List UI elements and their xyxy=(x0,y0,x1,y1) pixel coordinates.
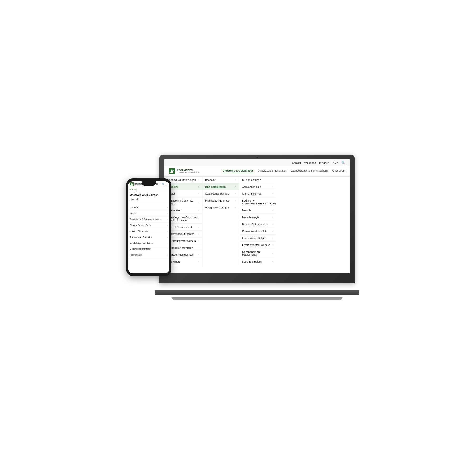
arrow-icon: › xyxy=(199,260,199,263)
menu-item-communicatie[interactable]: Communicatie en Life › xyxy=(239,228,276,235)
inloggen-link[interactable]: Inloggen xyxy=(319,161,329,164)
phone-logo-icon xyxy=(130,182,134,186)
arrow-icon: › xyxy=(272,230,273,232)
phone-arrow-icon: › xyxy=(167,230,168,232)
menu-item-economie[interactable]: Economie en Beleid › xyxy=(239,235,276,241)
phone-screen: WAGENINGEN UNIVERSITY & RESEARCH NL ▾ 🔍 … xyxy=(128,181,170,273)
arrow-icon: › xyxy=(199,247,199,249)
site-navbar: WAGENINGEN UNIVERSITY & RESEARCH Onderwi… xyxy=(164,166,350,176)
nav-onderzoek[interactable]: Onderzoek & Resultaten xyxy=(258,169,287,173)
phone-menu-icon[interactable]: ☰ xyxy=(166,183,168,186)
arrow-icon: › xyxy=(199,226,199,228)
menu-item-food-technology[interactable]: Food Technology › xyxy=(239,258,276,265)
phone-section-title: Onderwijs & Opleidingen xyxy=(128,192,170,197)
phone-menu-toekomstig[interactable]: Toekomstige Studenten › xyxy=(128,234,170,240)
arrow-icon: › xyxy=(235,186,236,188)
logo-subtitle: UNIVERSITY & RESEARCH xyxy=(177,171,200,173)
phone-arrow-icon: › xyxy=(167,236,168,238)
phone-notch xyxy=(142,181,156,186)
arrow-icon: › xyxy=(235,179,236,181)
arrow-icon: › xyxy=(272,186,273,188)
menu-column-2: Bachelor › BSc opleidingen › Studiekeuze… xyxy=(202,177,239,267)
arrow-icon: › xyxy=(199,233,199,235)
menu-item-agrotechnologie[interactable]: Agrotechnologie › xyxy=(239,184,276,190)
nav-over-wur[interactable]: Over WUR xyxy=(333,169,345,173)
language-selector[interactable]: NL ▾ xyxy=(333,161,338,164)
menu-item-environmental[interactable]: Environmental Sciences › xyxy=(239,241,276,249)
menu-item-bedrijfs[interactable]: Bedrijfs- en Consumentenwetenschappen › xyxy=(239,197,276,207)
laptop: Contact Vacatures Inloggen NL ▾ 🔍 xyxy=(159,155,357,302)
phone: WAGENINGEN UNIVERSITY & RESEARCH NL ▾ 🔍 … xyxy=(126,178,171,276)
laptop-body: Contact Vacatures Inloggen NL ▾ 🔍 xyxy=(159,155,355,283)
arrow-icon: › xyxy=(199,201,199,203)
site-topbar: Contact Vacatures Inloggen NL ▾ 🔍 xyxy=(164,159,350,166)
main-nav: Onderwijs & Opleidingen Onderzoek & Resu… xyxy=(222,169,345,173)
wageningen-logo-icon xyxy=(169,168,175,174)
arrow-icon: › xyxy=(235,200,236,202)
arrow-icon: › xyxy=(199,218,199,220)
phone-arrow-icon: › xyxy=(167,224,168,226)
laptop-camera xyxy=(256,157,258,158)
arrow-icon: › xyxy=(272,244,273,246)
phone-icons: NL ▾ 🔍 ☰ xyxy=(156,183,168,186)
contact-link[interactable]: Contact xyxy=(292,161,301,164)
arrow-icon: › xyxy=(272,209,273,212)
arrow-icon: › xyxy=(272,216,273,219)
phone-arrow-icon: › xyxy=(167,254,168,256)
arrow-icon: › xyxy=(199,192,199,195)
arrow-icon: › xyxy=(272,237,273,239)
arrow-icon: › xyxy=(199,209,199,212)
phone-menu-ouders[interactable]: Voorlichting voor Ouders › xyxy=(128,240,170,246)
svg-rect-6 xyxy=(130,185,131,186)
arrow-icon: › xyxy=(272,252,273,255)
phone-menu-bachelor[interactable]: Bachelor › xyxy=(128,204,170,210)
nav-onderwijs[interactable]: Onderwijs & Opleidingen xyxy=(222,169,254,173)
phone-overview-link[interactable]: Overzicht xyxy=(128,197,170,202)
phone-back-button[interactable]: < Terug xyxy=(128,187,170,192)
phone-menu-master[interactable]: Master › xyxy=(128,210,170,216)
arrow-icon: › xyxy=(199,240,199,242)
mega-menu: Onderwijs & Opleidingen › Bachelor › Mas… xyxy=(164,176,350,267)
menu-item-gezondheid[interactable]: Gezondheid en Maatschappij › xyxy=(239,249,276,258)
arrow-icon: › xyxy=(272,260,273,263)
menu-item-intl-land-water[interactable]: International Land and Water Management … xyxy=(239,265,276,267)
menu-item-bsc-header[interactable]: BSc opleidingen xyxy=(239,177,276,184)
menu-item-studiekeuze[interactable]: Studiekeuze bachelor › xyxy=(202,190,239,197)
menu-item-praktisch[interactable]: Praktische informatie › xyxy=(202,197,239,204)
logo-text-block: WAGENINGEN UNIVERSITY & RESEARCH xyxy=(177,169,200,173)
vacatures-link[interactable]: Vacatures xyxy=(304,161,316,164)
laptop-stand xyxy=(171,297,343,300)
search-icon[interactable]: 🔍 xyxy=(341,161,345,165)
arrow-icon: › xyxy=(272,223,273,225)
phone-arrow-icon: › xyxy=(167,212,168,214)
menu-item-bsc-opleidingen[interactable]: BSc opleidingen › xyxy=(202,184,239,190)
phone-arrow-icon: › xyxy=(167,248,168,250)
menu-column-3: BSc opleidingen Agrotechnologie › Animal… xyxy=(239,177,276,267)
arrow-icon: › xyxy=(199,254,199,256)
logo-name: WAGENINGEN xyxy=(177,169,200,171)
arrow-icon: › xyxy=(272,192,273,195)
nav-waardecreatie[interactable]: Waardecreatie & Samenwerking xyxy=(290,169,328,173)
phone-menu-promoveren[interactable]: Promoveren › xyxy=(128,252,170,258)
phone-search-icon[interactable]: 🔍 xyxy=(162,183,165,186)
arrow-icon: › xyxy=(235,192,236,195)
menu-item-bachelor-header[interactable]: Bachelor › xyxy=(202,177,239,184)
phone-arrow-icon: › xyxy=(167,218,168,221)
phone-lang[interactable]: NL ▾ xyxy=(156,183,161,186)
menu-item-biologie[interactable]: Biologie › xyxy=(239,207,276,214)
phone-arrow-icon: › xyxy=(167,206,168,208)
phone-menu-ssc[interactable]: Student Service Centre › xyxy=(128,222,170,228)
laptop-screen: Contact Vacatures Inloggen NL ▾ 🔍 xyxy=(164,159,350,273)
svg-rect-1 xyxy=(170,172,171,173)
phone-menu-huidige[interactable]: Huidige Studenten › xyxy=(128,228,170,234)
menu-item-faq[interactable]: Veelgestelde vragen › xyxy=(202,204,239,211)
phone-menu-decanen[interactable]: Decanen en Mentoren › xyxy=(128,246,170,252)
menu-item-bos-natuur[interactable]: Bos- en Natuurbeheer › xyxy=(239,221,276,228)
phone-menu-cursussen[interactable]: Opleidingen & Cursussen over ... › xyxy=(128,216,170,222)
svg-rect-3 xyxy=(172,171,173,173)
phone-divider xyxy=(128,203,170,204)
menu-item-biotechnologie[interactable]: Biotechnologie › xyxy=(239,214,276,221)
menu-item-animal-sciences[interactable]: Animal Sciences › xyxy=(239,190,276,197)
arrow-icon: › xyxy=(199,179,199,181)
arrow-icon: › xyxy=(199,186,199,188)
